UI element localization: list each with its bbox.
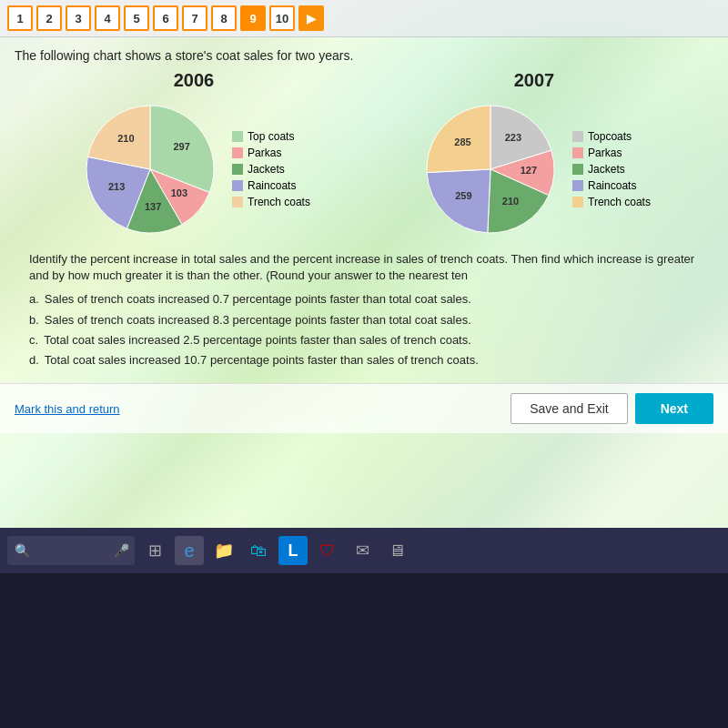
store-icon[interactable]: 🛍: [244, 536, 273, 565]
mark-return-button[interactable]: Mark this and return: [15, 402, 120, 416]
microphone-icon: 🎤: [114, 543, 129, 558]
svg-text:297: 297: [174, 141, 190, 152]
mail-icon[interactable]: ✉: [348, 536, 377, 565]
legend-2006: Top coatsParkasJacketsRaincoatsTrench co…: [232, 130, 310, 208]
pie-chart-2006: 297103137213210: [77, 96, 223, 242]
search-input[interactable]: [35, 544, 108, 558]
nav-btn-4[interactable]: 4: [95, 5, 120, 31]
nav-btn-3[interactable]: 3: [66, 5, 91, 31]
svg-text:259: 259: [455, 190, 471, 201]
legend-color-box: [572, 164, 583, 175]
nav-btn-1[interactable]: 1: [7, 5, 33, 31]
legend-color-box: [232, 197, 243, 207]
svg-text:210: 210: [117, 133, 134, 144]
mcafee-icon[interactable]: 🛡: [313, 536, 342, 565]
svg-text:210: 210: [502, 196, 519, 207]
nav-btn-2[interactable]: 2: [36, 5, 62, 31]
legend-item: Top coats: [232, 130, 310, 143]
svg-text:223: 223: [505, 132, 521, 143]
choices-container: a.Sales of trench coats increased 0.7 pe…: [29, 291, 699, 369]
search-icon: 🔍: [15, 543, 30, 558]
legend-item: Trench coats: [572, 196, 651, 208]
legend-label: Raincoats: [588, 179, 636, 192]
legend-label: Topcoats: [588, 130, 632, 143]
search-box[interactable]: 🔍 🎤: [7, 536, 135, 565]
nav-btn-5[interactable]: 5: [124, 5, 149, 31]
question-nav: 12345678910▶: [7, 5, 324, 31]
legend-color-box: [572, 147, 583, 158]
choice-text: Total coat sales increased 10.7 percenta…: [45, 352, 479, 369]
taskbar-main: 🔍 🎤 ⊞ e 📁 🛍 L 🛡 ✉ 🖥: [0, 528, 728, 573]
nav-bar: 12345678910▶: [0, 0, 728, 37]
task-view-icon[interactable]: ⊞: [140, 536, 169, 565]
nav-btn-6[interactable]: 6: [153, 5, 178, 31]
legend-item: Topcoats: [572, 130, 651, 143]
legend-color-box: [572, 180, 583, 191]
nav-btn-9[interactable]: 9: [240, 5, 266, 31]
choice-letter: c.: [29, 332, 38, 349]
svg-text:103: 103: [171, 187, 187, 198]
legend-color-box: [232, 147, 243, 158]
taskbar: 🔍 🎤 ⊞ e 📁 🛍 L 🛡 ✉ 🖥: [0, 528, 728, 728]
legend-item: Raincoats: [572, 179, 651, 192]
legend-label: Top coats: [248, 130, 294, 143]
svg-text:213: 213: [108, 181, 125, 192]
chart-2006: 2006 297103137213210 Top coatsParkasJack…: [77, 70, 310, 242]
legend-color-box: [232, 131, 243, 142]
legend-color-box: [232, 164, 243, 175]
action-bar: Mark this and return Save and Exit Next: [0, 383, 728, 433]
choice-letter: d.: [29, 352, 39, 369]
legend-item: Parkas: [572, 147, 651, 159]
answer-choice[interactable]: d.Total coat sales increased 10.7 percen…: [29, 352, 699, 369]
pie-chart-2007: 223127210259285: [418, 96, 563, 242]
remote-icon[interactable]: 🖥: [382, 536, 411, 565]
legend-label: Parkas: [588, 147, 622, 159]
choice-text: Total coat sales increased 2.5 percentag…: [44, 332, 471, 349]
svg-text:127: 127: [521, 165, 537, 176]
nav-btn-8[interactable]: 8: [211, 5, 237, 31]
chart-2006-content: 297103137213210 Top coatsParkasJacketsRa…: [77, 96, 310, 242]
legend-item: Trench coats: [232, 196, 310, 208]
play-button[interactable]: ▶: [298, 5, 324, 31]
nav-btn-7[interactable]: 7: [182, 5, 207, 31]
legend-item: Jackets: [572, 163, 651, 176]
nav-btn-10[interactable]: 10: [269, 5, 295, 31]
legend-item: Parkas: [232, 147, 310, 159]
svg-text:137: 137: [145, 201, 161, 212]
charts-area: 2006 297103137213210 Top coatsParkasJack…: [15, 70, 713, 242]
chart-2007: 2007 223127210259285 TopcoatsParkasJacke…: [418, 70, 651, 242]
legend-color-box: [572, 131, 583, 142]
svg-text:285: 285: [454, 136, 470, 147]
legend-item: Raincoats: [232, 179, 310, 192]
save-exit-button[interactable]: Save and Exit: [511, 393, 627, 424]
choice-text: Sales of trench coats increased 8.3 perc…: [45, 312, 471, 329]
legend-label: Jackets: [248, 163, 285, 176]
next-button[interactable]: Next: [635, 393, 713, 424]
legend-label: Trench coats: [588, 196, 651, 208]
problem-text: Identify the percent increase in total s…: [29, 251, 699, 284]
answer-choice[interactable]: c.Total coat sales increased 2.5 percent…: [29, 332, 699, 349]
question-content: The following chart shows a store's coat…: [0, 37, 728, 383]
answer-choice[interactable]: b.Sales of trench coats increased 8.3 pe…: [29, 312, 699, 329]
legend-item: Jackets: [232, 163, 310, 176]
choice-text: Sales of trench coats increased 0.7 perc…: [45, 291, 471, 308]
legend-label: Raincoats: [248, 179, 296, 192]
legend-2007: TopcoatsParkasJacketsRaincoatsTrench coa…: [572, 130, 651, 208]
chart-2007-title: 2007: [514, 70, 555, 91]
legend-color-box: [572, 197, 583, 207]
chart-2007-content: 223127210259285 TopcoatsParkasJacketsRai…: [418, 96, 651, 242]
legend-label: Parkas: [248, 147, 281, 159]
question-intro: The following chart shows a store's coat…: [15, 48, 713, 63]
answer-section: Identify the percent increase in total s…: [15, 251, 713, 369]
chart-2006-title: 2006: [174, 70, 215, 91]
folder-icon[interactable]: 📁: [209, 536, 238, 565]
edge-icon[interactable]: e: [175, 536, 204, 565]
app-L-icon[interactable]: L: [278, 536, 308, 565]
answer-choice[interactable]: a.Sales of trench coats increased 0.7 pe…: [29, 291, 699, 308]
legend-color-box: [232, 180, 243, 191]
legend-label: Jackets: [588, 163, 625, 176]
action-buttons: Save and Exit Next: [511, 393, 713, 424]
choice-letter: a.: [29, 291, 39, 308]
choice-letter: b.: [29, 312, 39, 329]
legend-label: Trench coats: [248, 196, 310, 208]
